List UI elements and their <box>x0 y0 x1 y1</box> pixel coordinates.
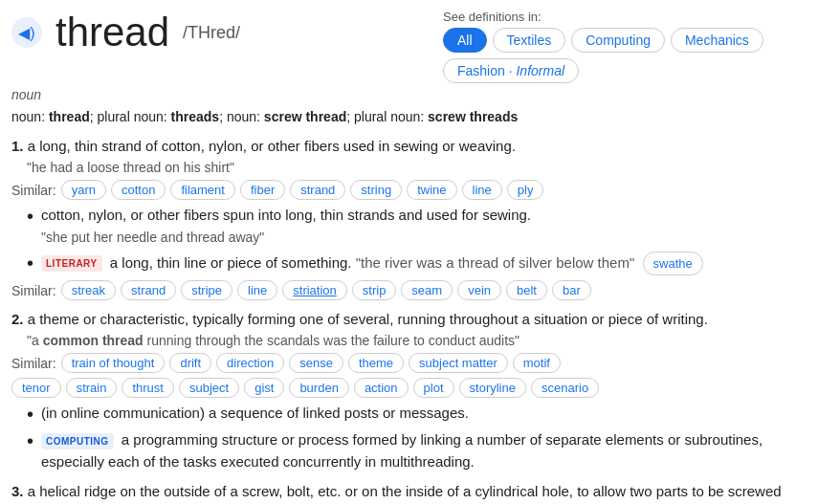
chip-scenario[interactable]: scenario <box>531 378 599 398</box>
chip-filament[interactable]: filament <box>170 180 235 200</box>
similar-row-2b: tenor strain thrust subject gist burden … <box>11 378 807 398</box>
bullet-1a-text: cotton, nylon, or other fibers spun into… <box>41 205 531 248</box>
chip-storyline[interactable]: storyline <box>459 378 526 398</box>
literary-quote: "the river was a thread of silver below … <box>356 254 635 271</box>
bullet-2b-text: COMPUTING a programming structure or pro… <box>41 429 807 472</box>
chip-cotton[interactable]: cotton <box>111 180 166 200</box>
tab-all[interactable]: All <box>443 28 487 53</box>
def-2-number: 2. a theme or characteristic, typically … <box>11 308 807 331</box>
chip-striation[interactable]: striation <box>282 280 347 300</box>
word-title: thread <box>55 10 169 55</box>
chip-twine[interactable]: twine <box>407 180 456 200</box>
chip-string[interactable]: string <box>350 180 402 200</box>
similar-row-1b: Similar: streak strand stripe line stria… <box>11 280 807 300</box>
chip-yarn[interactable]: yarn <box>61 180 106 200</box>
similar-label-2: Similar: <box>11 283 56 298</box>
definition-1: 1. a long, thin strand of cotton, nylon,… <box>11 135 807 300</box>
bullet-2a-text: (in online communication) a sequence of … <box>41 403 469 425</box>
def-3-text: 3. a helical ridge on the outside of a s… <box>11 480 807 504</box>
similar-row-1a: Similar: yarn cotton filament fiber stra… <box>11 180 807 200</box>
chip-motif[interactable]: motif <box>513 353 561 373</box>
chip-action[interactable]: action <box>354 378 409 398</box>
chip-ply[interactable]: ply <box>507 180 544 200</box>
def-2-quote: "a common thread running through the sca… <box>27 333 807 348</box>
computing-badge: COMPUTING <box>41 433 114 449</box>
speaker-button[interactable]: ◀) <box>11 17 42 48</box>
chip-subject[interactable]: subject <box>179 378 239 398</box>
tab-computing[interactable]: Computing <box>571 28 665 53</box>
bullet-1a: • cotton, nylon, or other fibers spun in… <box>27 205 807 248</box>
bullet-1a-quote: "she put her needle and thread away" <box>41 228 531 248</box>
chip-thrust[interactable]: thrust <box>122 378 174 398</box>
bullet-1b-text: LITERARY a long, thin line or piece of s… <box>41 252 703 276</box>
definition-2: 2. a theme or characteristic, typically … <box>11 308 807 472</box>
chip-drift[interactable]: drift <box>169 353 211 373</box>
chip-line2[interactable]: line <box>237 280 277 300</box>
chip-tenor[interactable]: tenor <box>11 378 61 398</box>
chip-train[interactable]: train of thought <box>61 353 166 373</box>
bullet-2a: • (in online communication) a sequence o… <box>27 403 807 426</box>
def-1-number: 1. a long, thin strand of cotton, nylon,… <box>11 135 807 158</box>
chip-line[interactable]: line <box>462 180 502 200</box>
definition-tabs: All Textiles Computing Mechanics Fashion… <box>443 28 807 83</box>
chip-subject-matter[interactable]: subject matter <box>409 353 508 373</box>
definition-3: 3. a helical ridge on the outside of a s… <box>11 480 807 504</box>
pronunciation: /THred/ <box>183 23 240 43</box>
bullet-dot-3: • <box>27 403 33 426</box>
chip-streak[interactable]: streak <box>61 280 116 300</box>
chip-direction[interactable]: direction <box>216 353 284 373</box>
literary-badge: LITERARY <box>41 255 102 272</box>
similar-label: Similar: <box>11 183 56 198</box>
chip-theme[interactable]: theme <box>348 353 404 373</box>
chip-swathe[interactable]: swathe <box>643 252 703 276</box>
see-definitions-label: See definitions in: <box>443 10 542 24</box>
definitions-section: 1. a long, thin strand of cotton, nylon,… <box>11 135 807 504</box>
chip-plot[interactable]: plot <box>413 378 454 398</box>
pos-label: noun <box>11 87 807 102</box>
bullet-dot-2: • <box>27 252 33 274</box>
bullet-2b: • COMPUTING a programming structure or p… <box>27 429 807 472</box>
chip-belt[interactable]: belt <box>506 280 547 300</box>
chip-stripe[interactable]: stripe <box>181 280 232 300</box>
chip-gist[interactable]: gist <box>244 378 284 398</box>
similar-row-2a: Similar: train of thought drift directio… <box>11 353 807 373</box>
noun-forms: noun: thread; plural noun: threads; noun… <box>11 106 807 127</box>
chip-strip[interactable]: strip <box>352 280 397 300</box>
tab-mechanics[interactable]: Mechanics <box>671 28 763 53</box>
chip-sense[interactable]: sense <box>289 353 343 373</box>
chip-bar[interactable]: bar <box>552 280 591 300</box>
chip-seam[interactable]: seam <box>401 280 453 300</box>
bullet-dot: • <box>27 205 33 228</box>
bullet-dot-4: • <box>27 429 33 452</box>
chip-fiber[interactable]: fiber <box>240 180 285 200</box>
chip-strain[interactable]: strain <box>66 378 118 398</box>
speaker-icon: ◀) <box>18 24 34 42</box>
similar-label-3: Similar: <box>11 356 56 371</box>
chip-strand[interactable]: strand <box>290 180 345 200</box>
chip-burden[interactable]: burden <box>289 378 348 398</box>
bullet-1b: • LITERARY a long, thin line or piece of… <box>27 252 807 276</box>
tab-fashion-informal[interactable]: Fashion · Informal <box>443 58 579 83</box>
chip-strand2[interactable]: strand <box>121 280 176 300</box>
def-1-quote: "he had a loose thread on his shirt" <box>27 160 807 175</box>
chip-vein[interactable]: vein <box>457 280 501 300</box>
tab-textiles[interactable]: Textiles <box>493 28 566 53</box>
